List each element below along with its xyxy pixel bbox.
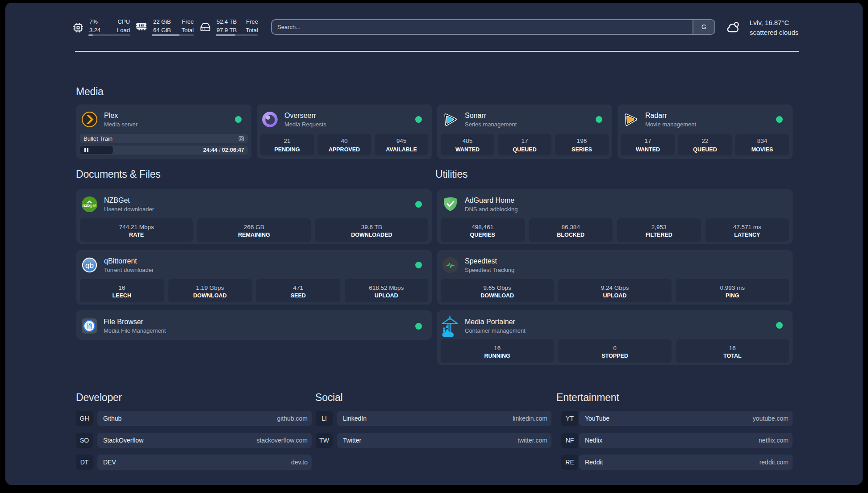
svg-text:qb: qb	[85, 261, 94, 270]
svg-text:nzbget: nzbget	[82, 203, 96, 208]
